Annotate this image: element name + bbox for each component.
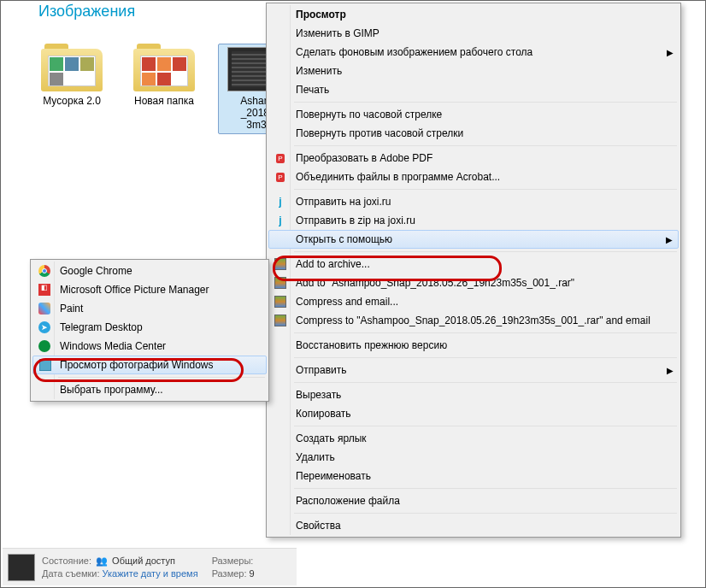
status-thumbnail [8,554,35,581]
menu-item-label: Просмотр [296,9,346,21]
sub-menu-item[interactable]: Paint [32,299,267,318]
sub-menu-item[interactable]: Просмотр фотографий Windows [32,356,267,374]
submenu-arrow-icon: ▶ [667,366,674,375]
main-menu-item[interactable]: Свойства [268,516,679,535]
menu-item-label: Преобразовать в Adobe PDF [296,152,432,164]
menu-separator [294,332,677,333]
menu-item-label: Создать ярлык [296,432,367,444]
menu-item-label: Add to archive... [296,258,370,270]
main-menu-item[interactable]: Add to "Ashampoo_Snap_2018.05.26_19h23m3… [268,273,679,292]
menu-separator [294,357,677,358]
folder-icon [41,44,103,91]
context-menu-openwith: Google Chrome◧Microsoft Office Picture M… [30,259,269,402]
main-menu-item[interactable]: Compress to "Ashampoo_Snap_2018.05.26_19… [268,311,679,330]
main-menu-item[interactable]: Печать [268,80,679,99]
main-menu-item[interactable]: PОбъединить файлы в программе Acrobat... [268,168,679,186]
rar-icon [274,257,287,271]
main-menu-item[interactable]: Удалить [268,448,679,467]
menu-item-label: Microsoft Office Picture Manager [60,284,209,296]
rar-icon [274,276,287,290]
folder-item[interactable]: Мусорка 2.0 [33,44,110,134]
menu-separator [294,145,677,146]
folder-item[interactable]: Новая папка [126,44,203,134]
main-menu-item[interactable]: Переименовать [268,467,679,485]
menu-item-label: Отправить на joxi.ru [296,196,391,208]
menu-item-label: Объединить файлы в программе Acrobat... [296,171,500,183]
menu-item-label: Add to "Ashampoo_Snap_2018.05.26_19h23m3… [296,277,574,289]
main-menu-item[interactable]: Изменить в GIMP [268,24,679,43]
status-size-label: Размеры: [212,556,254,566]
menu-separator [294,189,677,190]
menu-item-label: Compress to "Ashampoo_Snap_2018.05.26_19… [296,315,650,326]
photoviewer-icon [38,358,52,372]
chrome-icon [38,264,51,278]
joxi-icon: j [274,214,287,227]
rar-icon [274,295,287,309]
menu-item-label: Копировать [296,408,351,420]
menu-separator [294,102,677,103]
submenu-arrow-icon: ▶ [667,48,674,57]
menu-item-label: Удалить [296,451,335,463]
submenu-arrow-icon: ▶ [666,235,673,244]
status-date-value[interactable]: Укажите дату и время [103,568,198,579]
folder-icon [133,44,195,91]
page-title: Изображения [38,3,135,21]
rar-icon [274,314,287,327]
menu-separator [294,251,677,252]
menu-item-label: Повернуть против часовой стрелки [296,127,463,139]
status-bar: Состояние: 👥 Общий доступ Размеры: Дата … [3,548,297,585]
status-state-label: Состояние: [42,556,91,566]
status-date-label: Дата съемки: [42,568,99,579]
menu-item-label: Windows Media Center [60,340,166,352]
menu-item-label: Отправить в zip на joxi.ru [296,215,415,226]
menu-separator [58,377,265,378]
menu-item-label: Переименовать [296,470,371,482]
main-menu-item[interactable]: Создать ярлык [268,429,679,448]
context-menu-main: ПросмотрИзменить в GIMPСделать фоновым и… [266,3,681,538]
main-menu-item[interactable]: Add to archive... [268,255,679,273]
main-menu-item[interactable]: jОтправить на joxi.ru [268,192,679,211]
shared-icon: 👥 [96,556,108,566]
folder-area: Мусорка 2.0 Новая папка Asham _2018. 3m3 [33,44,295,134]
folder-label: Мусорка 2.0 [43,95,101,107]
sub-menu-item[interactable]: ➤Telegram Desktop [32,318,267,337]
menu-item-label: Compress and email... [296,296,398,308]
main-menu-item[interactable]: Открыть с помощью▶ [268,230,679,249]
main-menu-item[interactable]: Изменить [268,62,679,80]
status-size2-label: Размер: [212,568,247,579]
main-menu-item[interactable]: Отправить▶ [268,361,679,379]
main-menu-item[interactable]: Сделать фоновым изображением рабочего ст… [268,43,679,62]
main-menu-item[interactable]: Расположение файла [268,491,679,510]
main-menu-item[interactable]: jОтправить в zip на joxi.ru [268,211,679,230]
menu-item-label: Просмотр фотографий Windows [60,359,213,371]
menu-item-label: Изменить [296,65,342,77]
main-menu-item[interactable]: Восстановить прежнюю версию [268,336,679,355]
menu-item-label: Вырезать [296,389,341,401]
pdf-icon: P [274,151,287,165]
sub-menu-item[interactable]: ◧Microsoft Office Picture Manager [32,280,267,299]
main-menu-item[interactable]: Вырезать [268,385,679,404]
menu-item-label: Открыть с помощью [296,233,392,245]
sub-menu-item[interactable]: Google Chrome [32,262,267,280]
main-menu-item[interactable]: PПреобразовать в Adobe PDF [268,149,679,168]
menu-separator [294,382,677,383]
main-menu-item[interactable]: Копировать [268,404,679,423]
main-menu-item[interactable]: Повернуть по часовой стрелке [268,105,679,124]
main-menu-item[interactable]: Просмотр [268,5,679,24]
pdf-icon: P [274,170,287,184]
menu-item-label: Отправить [296,364,347,376]
folder-label: Новая папка [134,95,194,107]
main-menu-item[interactable]: Compress and email... [268,292,679,311]
sub-menu-item[interactable]: Windows Media Center [32,337,267,356]
sub-menu-item[interactable]: Выбрать программу... [32,380,267,399]
menu-item-label: Изменить в GIMP [296,27,379,39]
menu-item-label: Печать [296,84,329,96]
telegram-icon: ➤ [38,320,51,334]
menu-item-label: Google Chrome [60,265,132,277]
menu-item-label: Сделать фоновым изображением рабочего ст… [296,46,532,58]
menu-item-label: Свойства [296,520,341,532]
main-menu-item[interactable]: Повернуть против часовой стрелки [268,124,679,143]
mspm-icon: ◧ [38,283,51,297]
menu-item-label: Восстановить прежнюю версию [296,339,447,351]
menu-separator [294,426,677,426]
